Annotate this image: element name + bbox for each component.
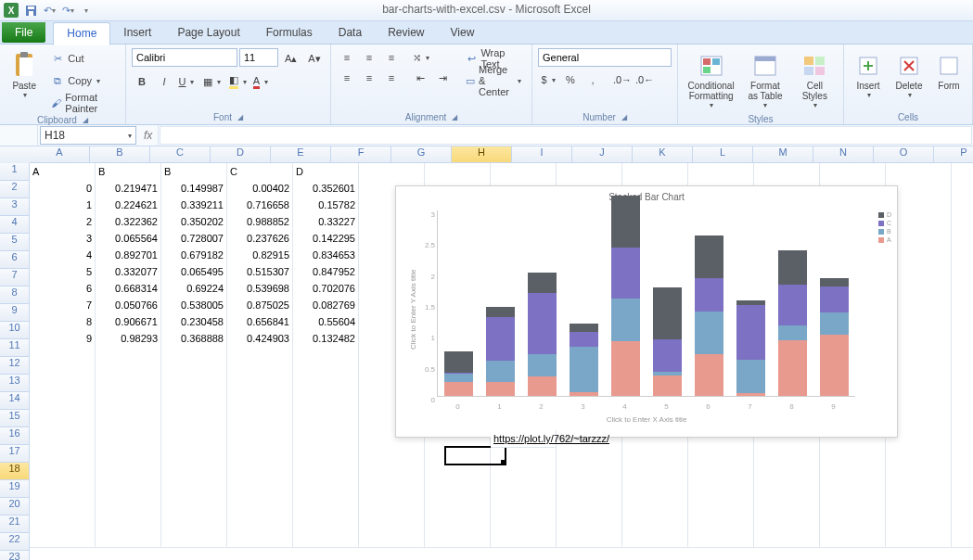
cell[interactable]	[227, 497, 293, 515]
column-header[interactable]: H	[452, 146, 512, 163]
cell[interactable]	[688, 514, 754, 531]
cell[interactable]	[161, 464, 227, 481]
column-header[interactable]: E	[271, 146, 331, 163]
cell[interactable]: 0.142295	[293, 230, 359, 248]
cell[interactable]	[96, 430, 161, 448]
cell[interactable]	[425, 464, 491, 481]
cell[interactable]: 0.424903	[227, 330, 293, 348]
row-header[interactable]: 21	[0, 515, 30, 533]
cell[interactable]	[952, 197, 973, 214]
cell[interactable]	[952, 163, 973, 181]
tab-page-layout[interactable]: Page Layout	[164, 22, 252, 43]
cell[interactable]: 0.906671	[96, 313, 161, 331]
row-header[interactable]: 5	[0, 234, 30, 251]
cell[interactable]: 4	[30, 247, 96, 264]
cell[interactable]	[30, 414, 96, 431]
cell[interactable]	[227, 414, 293, 431]
cell[interactable]	[820, 447, 886, 465]
cell[interactable]	[491, 447, 557, 465]
cell[interactable]: 0.322362	[96, 213, 161, 231]
cell[interactable]: 0	[30, 180, 96, 197]
cell[interactable]: 0.33227	[293, 213, 359, 231]
row-header[interactable]: 2	[0, 181, 30, 198]
cell[interactable]: 8	[30, 313, 96, 331]
merge-center-button[interactable]: ▭Merge & Center▾	[461, 70, 526, 91]
cell[interactable]	[622, 480, 688, 498]
row-header[interactable]: 18	[0, 463, 30, 480]
cell[interactable]	[754, 163, 820, 181]
save-icon[interactable]	[22, 2, 39, 19]
cell[interactable]: 9	[30, 330, 96, 348]
redo-icon[interactable]: ↷▾	[59, 2, 76, 19]
italic-button[interactable]: I	[154, 72, 174, 91]
file-tab[interactable]: File	[2, 22, 45, 43]
row-header[interactable]: 13	[0, 375, 30, 392]
font-name-select[interactable]	[132, 48, 237, 67]
cell[interactable]	[227, 447, 293, 465]
cell[interactable]	[622, 514, 688, 531]
orientation-icon[interactable]: ⤭▾	[411, 48, 431, 67]
cell[interactable]	[886, 530, 952, 548]
cell[interactable]	[425, 163, 491, 181]
cell[interactable]: 0.050766	[96, 297, 161, 314]
column-header[interactable]: P	[934, 146, 973, 163]
cell[interactable]	[161, 530, 227, 548]
cell[interactable]: 0.702076	[293, 280, 359, 298]
cell[interactable]: 0.847952	[293, 263, 359, 281]
cell[interactable]	[96, 380, 161, 398]
hyperlink-cell[interactable]: https://plot.ly/762/~tarzzz/	[491, 430, 557, 448]
cell[interactable]	[952, 497, 973, 515]
cell[interactable]: 0.352601	[293, 180, 359, 197]
cell[interactable]	[96, 497, 161, 515]
cell[interactable]	[425, 530, 491, 548]
row-header[interactable]: 4	[0, 216, 30, 234]
increase-decimal-icon[interactable]: .0→	[612, 70, 633, 89]
percent-format-icon[interactable]: %	[560, 70, 581, 89]
cell[interactable]	[491, 480, 557, 498]
cell[interactable]: 0.332077	[96, 263, 161, 281]
cell[interactable]: 0.00402	[227, 180, 293, 197]
cell[interactable]: 0.219471	[96, 180, 161, 197]
cell[interactable]	[293, 414, 359, 431]
cell[interactable]	[30, 480, 96, 498]
cell[interactable]	[820, 464, 886, 481]
cell[interactable]	[425, 514, 491, 531]
cell[interactable]	[30, 530, 96, 548]
cell[interactable]	[227, 430, 293, 448]
cell[interactable]: 0.834653	[293, 247, 359, 264]
row-header[interactable]: 17	[0, 445, 30, 463]
row-header[interactable]: 14	[0, 392, 30, 410]
cell[interactable]	[96, 414, 161, 431]
align-right-icon[interactable]: ≡	[381, 69, 402, 87]
undo-icon[interactable]: ↶▾	[41, 2, 58, 19]
cell[interactable]	[96, 514, 161, 531]
cell[interactable]	[96, 447, 161, 465]
cell[interactable]	[820, 163, 886, 181]
cell[interactable]	[952, 414, 973, 431]
cell[interactable]	[227, 530, 293, 548]
increase-indent-icon[interactable]: ⇥	[433, 69, 454, 87]
cell[interactable]: 0.350202	[161, 213, 227, 231]
cell[interactable]	[886, 480, 952, 498]
cell[interactable]	[820, 497, 886, 515]
cell[interactable]	[491, 464, 557, 481]
row-header[interactable]: 22	[0, 533, 30, 551]
cell[interactable]: D	[293, 163, 359, 181]
cell[interactable]	[952, 280, 973, 298]
cell[interactable]	[688, 530, 754, 548]
cell[interactable]	[293, 347, 359, 364]
column-header[interactable]: C	[150, 146, 211, 163]
cell[interactable]: B	[96, 163, 161, 181]
column-header[interactable]: M	[753, 146, 813, 163]
cell-styles-button[interactable]: Cell Styles▾	[792, 48, 838, 112]
cell[interactable]	[952, 430, 973, 448]
cell[interactable]	[161, 363, 227, 381]
cell[interactable]	[622, 447, 688, 465]
cell[interactable]	[30, 464, 96, 481]
cell[interactable]	[293, 380, 359, 398]
row-header[interactable]: 9	[0, 304, 30, 322]
cell[interactable]	[952, 247, 973, 264]
fill-color-button[interactable]: ◧▾	[228, 72, 249, 91]
align-center-icon[interactable]: ≡	[359, 69, 379, 87]
column-header[interactable]: K	[633, 146, 693, 163]
